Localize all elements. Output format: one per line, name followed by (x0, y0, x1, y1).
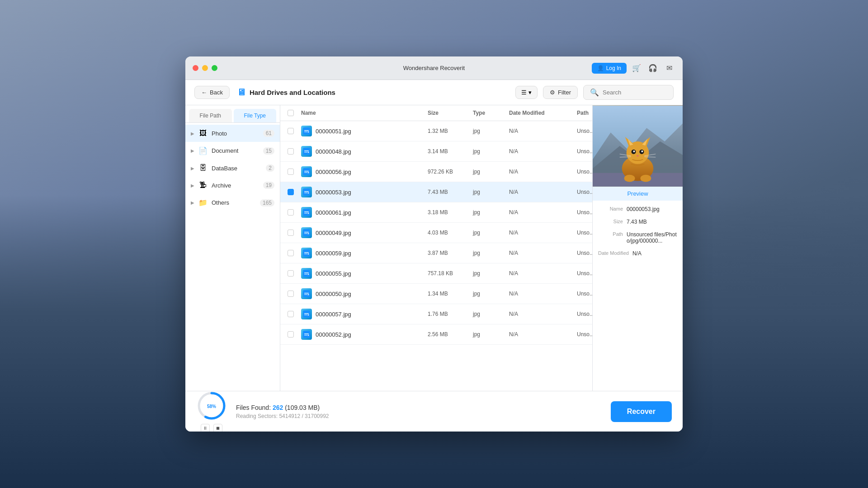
table-row[interactable]: 00000053.jpg 7.43 MB jpg N/A Unso...oto/… (280, 182, 592, 202)
svg-rect-10 (304, 172, 307, 173)
svg-rect-12 (303, 188, 310, 196)
photo-icon: 🖼 (198, 129, 208, 137)
row-file-name: 00000061.jpg (316, 209, 351, 216)
svg-rect-5 (304, 150, 309, 151)
header-date: Date Modified (509, 110, 577, 116)
svg-rect-41 (304, 333, 309, 334)
row-file-name: 00000051.jpg (316, 128, 351, 135)
row-type: jpg (473, 209, 509, 216)
meta-path-value: Unsourced files/Photo/jpg/000000... (627, 231, 677, 244)
hard-drive-icon: 🖥 (237, 87, 246, 98)
svg-rect-6 (304, 152, 307, 153)
svg-rect-38 (304, 314, 307, 315)
table-row[interactable]: 00000052.jpg 2.56 MB jpg N/A Unso...oto/… (280, 324, 592, 345)
tab-file-type-label: File Type (244, 113, 266, 119)
table-row[interactable]: 00000051.jpg 1.32 MB jpg N/A Unso...oto/… (280, 121, 592, 141)
sidebar-others-count: 165 (260, 199, 274, 206)
menu-icon: ☰ (521, 89, 527, 96)
row-type: jpg (473, 148, 509, 155)
svg-rect-26 (304, 253, 307, 254)
row-name-cell: 00000051.jpg (301, 126, 428, 136)
sidebar-photo-count: 61 (263, 130, 274, 137)
files-size: (109.03 MB) (285, 404, 320, 411)
svg-rect-30 (304, 274, 307, 275)
svg-point-64 (640, 175, 651, 182)
row-checkbox[interactable] (288, 250, 294, 256)
meta-row-path: Path Unsourced files/Photo/jpg/000000... (598, 231, 677, 244)
row-checkbox[interactable] (288, 189, 294, 195)
recover-button[interactable]: Recover (611, 401, 672, 422)
row-path: Unso...oto/jpg (577, 209, 592, 216)
row-type: jpg (473, 189, 509, 195)
row-checkbox[interactable] (288, 270, 294, 277)
main-content: File Path File Type ▶ 🖼 Photo 61 ▶ 📄 Doc… (185, 105, 683, 391)
sidebar-item-archive[interactable]: ▶ 🗜 Archive 19 (185, 177, 280, 194)
svg-rect-24 (303, 249, 310, 257)
meta-size-label: Size (598, 219, 623, 225)
svg-rect-37 (304, 313, 309, 314)
svg-rect-34 (304, 294, 307, 295)
stop-button[interactable]: ⏹ (213, 424, 222, 432)
chevron-icon: ▶ (191, 166, 194, 171)
file-area: Name Size Type Date Modified Path (280, 105, 592, 391)
row-size: 972.26 KB (428, 169, 473, 175)
login-button[interactable]: 👤 Log In (592, 63, 627, 74)
tab-file-path[interactable]: File Path (189, 109, 232, 122)
mail-icon[interactable]: ✉ (663, 62, 675, 75)
svg-rect-14 (304, 192, 307, 193)
row-path: Unso...oto/jpg (577, 250, 592, 256)
view-menu-button[interactable]: ☰ ▾ (515, 86, 538, 99)
login-label: Log In (606, 65, 621, 71)
table-row[interactable]: 00000059.jpg 3.87 MB jpg N/A Unso...oto/… (280, 243, 592, 263)
tab-file-type[interactable]: File Type (234, 109, 277, 122)
table-row[interactable]: 00000057.jpg 1.76 MB jpg N/A Unso...oto/… (280, 304, 592, 324)
sidebar-items: ▶ 🖼 Photo 61 ▶ 📄 Document 15 ▶ 🗄 DataBas… (185, 123, 280, 391)
minimize-button[interactable] (202, 65, 208, 71)
row-checkbox[interactable] (288, 169, 294, 175)
row-checkbox[interactable] (288, 230, 294, 236)
svg-rect-32 (303, 290, 310, 297)
svg-rect-8 (303, 168, 310, 175)
support-icon[interactable]: 🎧 (646, 62, 659, 75)
row-checkbox[interactable] (288, 209, 294, 216)
search-input[interactable] (603, 89, 667, 96)
row-checkbox[interactable] (288, 128, 294, 134)
cart-icon[interactable]: 🛒 (630, 62, 643, 75)
table-row[interactable]: 00000061.jpg 3.18 MB jpg N/A Unso...oto/… (280, 202, 592, 223)
maximize-button[interactable] (212, 65, 217, 71)
files-found-label: Files Found: (236, 404, 271, 411)
meta-row-size: Size 7.43 MB (598, 219, 677, 225)
table-row[interactable]: 00000049.jpg 4.03 MB jpg N/A Unso...oto/… (280, 223, 592, 243)
sidebar-item-document[interactable]: ▶ 📄 Document 15 (185, 142, 280, 160)
row-checkbox[interactable] (288, 311, 294, 317)
table-row[interactable]: 00000056.jpg 972.26 KB jpg N/A Unso...ot… (280, 162, 592, 182)
back-button[interactable]: ← Back (194, 86, 230, 99)
file-list: 00000051.jpg 1.32 MB jpg N/A Unso...oto/… (280, 121, 592, 391)
pause-button[interactable]: ⏸ (201, 424, 210, 432)
sidebar-database-label: DataBase (212, 165, 262, 172)
table-row[interactable]: 00000048.jpg 3.14 MB jpg N/A Unso...oto/… (280, 141, 592, 162)
preview-button[interactable]: Preview (593, 187, 683, 201)
svg-point-56 (633, 150, 635, 152)
row-checkbox[interactable] (288, 148, 294, 155)
meta-date-value: N/A (632, 250, 677, 257)
file-type-icon (301, 329, 312, 340)
search-box[interactable]: 🔍 (583, 85, 674, 100)
row-name-cell: 00000059.jpg (301, 248, 428, 258)
sidebar-item-photo[interactable]: ▶ 🖼 Photo 61 (185, 125, 280, 142)
preview-image (593, 105, 683, 187)
table-row[interactable]: 00000055.jpg 757.18 KB jpg N/A Unso...ot… (280, 263, 592, 284)
sidebar-item-database[interactable]: ▶ 🗄 DataBase 2 (185, 160, 280, 177)
files-found-line: Files Found: 262 (109.03 MB) (236, 404, 602, 411)
row-checkbox[interactable] (288, 291, 294, 297)
progress-text: 58% (207, 402, 216, 409)
row-checkbox[interactable] (288, 331, 294, 338)
table-row[interactable]: 00000050.jpg 1.34 MB jpg N/A Unso...oto/… (280, 284, 592, 304)
sidebar-item-others[interactable]: ▶ 📁 Others 165 (185, 194, 280, 211)
svg-rect-18 (304, 213, 307, 214)
row-size: 1.76 MB (428, 311, 473, 317)
header-checkbox[interactable] (288, 110, 301, 116)
filter-button[interactable]: ⚙ Filter (543, 86, 578, 99)
close-button[interactable] (193, 65, 198, 71)
meta-name-label: Name (598, 206, 623, 212)
